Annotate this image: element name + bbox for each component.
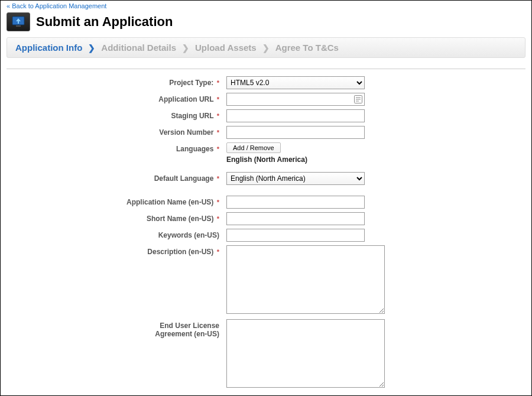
url-picker-icon[interactable]	[354, 95, 362, 105]
application-url-input[interactable]	[226, 93, 365, 106]
keywords-label: Keywords (en-US)	[7, 229, 219, 239]
required-marker: *	[217, 129, 219, 136]
wizard-steps: Application Info ❯ Additional Details ❯ …	[7, 37, 525, 58]
required-marker: *	[217, 79, 219, 86]
default-language-label: Default Language *	[7, 167, 219, 183]
page-header: Submit an Application	[7, 12, 525, 31]
application-url-label: Application URL *	[7, 93, 219, 103]
application-form: Project Type: * HTML5 v2.0 Application U…	[7, 76, 525, 389]
app-name-label: Application Name (en-US) *	[7, 189, 219, 206]
project-type-label: Project Type: *	[7, 76, 219, 87]
short-name-input[interactable]	[226, 212, 365, 225]
required-marker: *	[217, 112, 219, 119]
required-marker: *	[217, 215, 219, 222]
required-marker: *	[217, 248, 219, 255]
chevron-right-icon: ❯	[182, 43, 189, 53]
required-marker: *	[217, 145, 219, 152]
step-agree-tcs[interactable]: Agree To T&Cs	[273, 41, 341, 54]
version-number-input[interactable]	[226, 126, 365, 139]
page-title: Submit an Application	[36, 14, 173, 30]
chevron-right-icon: ❯	[88, 43, 95, 53]
required-marker: *	[217, 199, 219, 206]
default-language-select[interactable]: English (North America)	[226, 172, 365, 185]
languages-selected: English (North America)	[226, 155, 386, 164]
svg-rect-1	[16, 25, 21, 27]
keywords-input[interactable]	[226, 229, 365, 242]
eula-textarea[interactable]	[226, 319, 385, 388]
eula-label: End User License Agreement (en-US)	[7, 319, 219, 338]
description-label: Description (en-US) *	[7, 245, 219, 256]
description-textarea[interactable]	[226, 245, 385, 314]
languages-label: Languages *	[7, 142, 219, 153]
step-upload-assets[interactable]: Upload Assets	[193, 41, 259, 54]
back-link[interactable]: « Back to Application Management	[7, 2, 106, 9]
chevron-right-icon: ❯	[262, 43, 270, 53]
divider	[7, 69, 525, 69]
required-marker: *	[217, 175, 219, 182]
application-name-input[interactable]	[226, 196, 365, 209]
short-name-label: Short Name (en-US) *	[7, 212, 219, 223]
required-marker: *	[217, 96, 219, 103]
app-upload-icon	[7, 12, 30, 31]
languages-add-remove-button[interactable]: Add / Remove	[226, 142, 281, 153]
version-number-label: Version Number *	[7, 126, 219, 137]
step-additional-details[interactable]: Additional Details	[99, 41, 179, 54]
staging-url-input[interactable]	[226, 109, 365, 122]
staging-url-label: Staging URL *	[7, 109, 219, 120]
project-type-select[interactable]: HTML5 v2.0	[226, 76, 365, 89]
step-application-info[interactable]: Application Info	[13, 41, 85, 54]
